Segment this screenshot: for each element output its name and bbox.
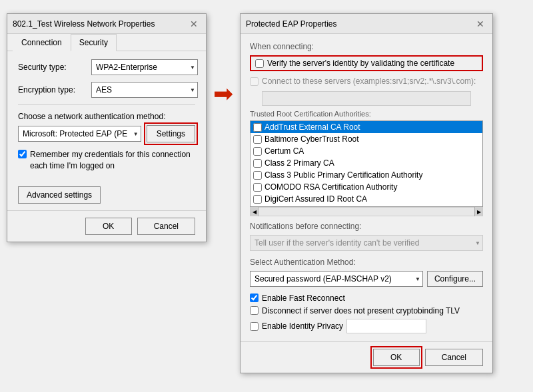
verify-server-label: Verify the server's identity by validati… <box>267 59 454 68</box>
tab-security[interactable]: Security <box>71 34 117 51</box>
ca-name-addtrust: AddTrust External CA Root <box>265 122 360 132</box>
right-title-bar: Protected EAP Properties ✕ <box>241 14 492 34</box>
remember-credentials-label: Remember my credentials for this connect… <box>30 149 195 172</box>
ca-checkbox-class3[interactable] <box>253 171 262 180</box>
encryption-type-select[interactable]: AES <box>91 82 198 98</box>
connect-servers-checkbox[interactable] <box>250 77 259 86</box>
auth-method-select[interactable]: Secured password (EAP-MSCHAP v2) <box>250 271 423 287</box>
auth-method-select-row: Secured password (EAP-MSCHAP v2) Configu… <box>250 271 483 287</box>
identity-privacy-label: Enable Identity Privacy <box>262 321 343 331</box>
ca-item-class2[interactable]: Class 2 Primary CA <box>251 157 482 169</box>
right-close-button[interactable]: ✕ <box>474 17 487 31</box>
auth-method-select-label: Select Authentication Method: <box>250 258 483 267</box>
settings-button[interactable]: Settings <box>147 125 195 142</box>
right-cancel-button[interactable]: Cancel <box>425 349 483 366</box>
security-type-select-wrapper: WPA2-Enterprise <box>91 59 198 75</box>
cryptobinding-row: Disconnect if server does not present cr… <box>250 306 483 315</box>
notifications-label: Notifications before connecting: <box>250 222 483 231</box>
server-input[interactable] <box>262 91 471 106</box>
configure-button[interactable]: Configure... <box>427 271 483 287</box>
auth-method-section-label: Choose a network authentication method: <box>18 112 195 121</box>
security-type-row: Security type: WPA2-Enterprise <box>18 59 195 75</box>
ca-checkbox-certum[interactable] <box>253 147 262 156</box>
ca-checkbox-digicert-assured[interactable] <box>253 195 262 204</box>
notifications-section: Notifications before connecting: Tell us… <box>250 222 483 251</box>
right-dialog-title: Protected EAP Properties <box>246 19 337 29</box>
h-scroll-track <box>259 208 474 216</box>
ca-item-addtrust[interactable]: AddTrust External CA Root <box>251 121 482 133</box>
ca-checkbox-baltimore[interactable] <box>253 135 262 144</box>
cryptobinding-label: Disconnect if server does not present cr… <box>262 306 460 315</box>
right-content: When connecting: Verify the server's ide… <box>241 34 492 341</box>
ca-checkbox-comodo[interactable] <box>253 183 262 192</box>
ca-list-container: AddTrust External CA Root Baltimore Cybe… <box>250 120 483 207</box>
ca-name-comodo: COMODO RSA Certification Authority <box>265 182 397 192</box>
ca-name-baltimore: Baltimore CyberTrust Root <box>265 134 359 144</box>
notifications-dropdown[interactable]: Tell user if the server's identity can't… <box>250 235 483 251</box>
ca-name-digicert-assured: DigiCert Assured ID Root CA <box>265 194 367 204</box>
cryptobinding-checkbox[interactable] <box>250 306 259 315</box>
auth-method-section: Select Authentication Method: Secured pa… <box>250 258 483 287</box>
auth-method-select[interactable]: Microsoft: Protected EAP (PEAP) <box>18 126 141 142</box>
ca-item-class3[interactable]: Class 3 Public Primary Certification Aut… <box>251 169 482 181</box>
ca-item-digicert-global[interactable]: DigiCert Global Root CA <box>251 205 482 207</box>
verify-server-row: Verify the server's identity by validati… <box>250 55 483 71</box>
remember-credentials-row: Remember my credentials for this connect… <box>18 149 195 172</box>
left-dialog-title: 802.1_Test Wireless Network Properties <box>13 19 155 29</box>
identity-privacy-checkbox[interactable] <box>250 322 259 331</box>
ca-item-certum[interactable]: Certum CA <box>251 145 482 157</box>
tab-connection[interactable]: Connection <box>13 34 71 51</box>
fast-reconnect-label: Enable Fast Reconnect <box>262 294 345 303</box>
ca-name-digicert-global: DigiCert Global Root CA <box>265 206 351 207</box>
identity-privacy-row: Enable Identity Privacy <box>250 319 483 333</box>
trusted-ca-label: Trusted Root Certification Authorities: <box>250 110 483 118</box>
left-content: Security type: WPA2-Enterprise Encryptio… <box>7 51 206 180</box>
identity-privacy-input[interactable] <box>346 319 426 333</box>
advanced-section: Advanced settings <box>7 180 206 210</box>
arrow-icon: ➡ <box>213 80 233 108</box>
notifications-value: Tell user if the server's identity can't… <box>255 238 419 248</box>
right-dialog: Protected EAP Properties ✕ When connecti… <box>240 13 493 373</box>
ca-name-certum: Certum CA <box>265 146 304 156</box>
notif-dropdown-icon: ▼ <box>475 240 480 246</box>
options-section: Enable Fast Reconnect Disconnect if serv… <box>250 294 483 333</box>
security-type-select[interactable]: WPA2-Enterprise <box>91 59 198 75</box>
ca-checkbox-digicert-global[interactable] <box>253 207 262 208</box>
encryption-type-label: Encryption type: <box>18 85 91 95</box>
left-ok-button[interactable]: OK <box>85 218 132 235</box>
left-tabs: Connection Security <box>7 34 206 51</box>
ca-checkbox-class2[interactable] <box>253 159 262 168</box>
right-ok-button[interactable]: OK <box>373 349 420 366</box>
scroll-right-btn[interactable]: ▶ <box>474 207 482 216</box>
left-cancel-button[interactable]: Cancel <box>137 218 195 235</box>
connect-servers-label: Connect to these servers (examples:srv1;… <box>262 77 476 86</box>
notif-dropdown-container: Tell user if the server's identity can't… <box>250 235 483 251</box>
ca-list: AddTrust External CA Root Baltimore Cybe… <box>251 121 482 207</box>
left-bottom-buttons: OK Cancel <box>7 210 206 242</box>
fast-reconnect-row: Enable Fast Reconnect <box>250 294 483 303</box>
remember-credentials-checkbox[interactable] <box>18 150 27 158</box>
auth-method-row: Microsoft: Protected EAP (PEAP) Settings <box>18 125 195 142</box>
ca-checkbox-addtrust[interactable] <box>253 123 262 132</box>
verify-server-checkbox[interactable] <box>255 59 264 68</box>
ca-item-baltimore[interactable]: Baltimore CyberTrust Root <box>251 133 482 145</box>
ca-name-class3: Class 3 Public Primary Certification Aut… <box>265 170 422 180</box>
left-dialog: 802.1_Test Wireless Network Properties ✕… <box>7 13 207 242</box>
h-scrollbar: ◀ ▶ <box>250 207 483 216</box>
left-close-button[interactable]: ✕ <box>187 17 201 31</box>
arrow-container: ➡ <box>207 80 240 108</box>
ca-item-comodo[interactable]: COMODO RSA Certification Authority <box>251 181 482 193</box>
when-connecting-label: When connecting: <box>250 42 483 51</box>
advanced-settings-button[interactable]: Advanced settings <box>18 186 101 204</box>
right-bottom-buttons: OK Cancel <box>241 341 492 373</box>
encryption-type-select-wrapper: AES <box>91 82 198 98</box>
ca-name-class2: Class 2 Primary CA <box>265 158 334 168</box>
scroll-left-btn[interactable]: ◀ <box>251 207 259 216</box>
auth-method-select-wrapper: Secured password (EAP-MSCHAP v2) <box>250 271 423 287</box>
ca-item-digicert-assured[interactable]: DigiCert Assured ID Root CA <box>251 193 482 205</box>
encryption-type-row: Encryption type: AES <box>18 82 195 98</box>
auth-section: Choose a network authentication method: … <box>18 112 195 142</box>
fast-reconnect-checkbox[interactable] <box>250 294 259 302</box>
server-row: Connect to these servers (examples:srv1;… <box>250 77 483 86</box>
security-type-label: Security type: <box>18 63 91 72</box>
